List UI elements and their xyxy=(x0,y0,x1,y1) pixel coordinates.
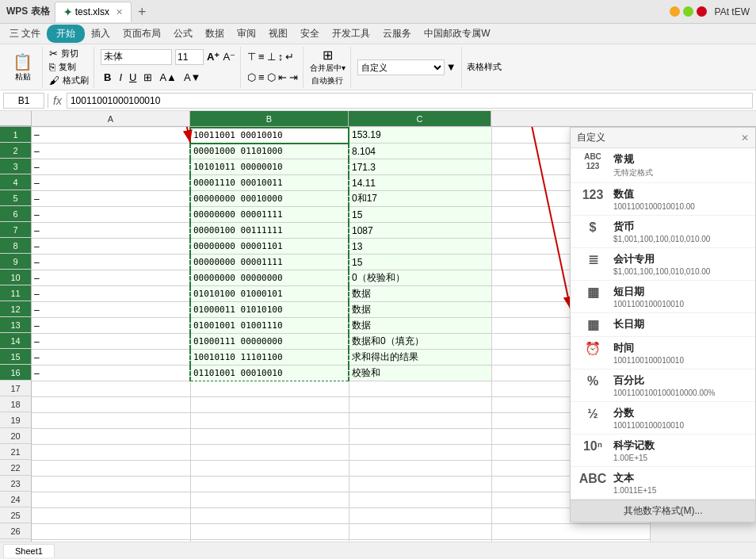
cell-b15[interactable]: 10010110 11101100 xyxy=(190,350,349,366)
cut-btn[interactable]: ✂ 剪切 xyxy=(49,48,89,59)
row-header-26[interactable]: 26 xyxy=(0,523,32,539)
cell-c2[interactable]: 8.104 xyxy=(349,144,491,159)
cell-b27[interactable] xyxy=(190,540,349,542)
font-grow-icon[interactable]: A⁺ xyxy=(207,51,220,63)
cell-b17[interactable] xyxy=(190,381,349,397)
increase-indent-icon[interactable]: ⇥ xyxy=(289,71,298,83)
cell-a6[interactable]: – xyxy=(32,207,190,223)
row-header-5[interactable]: 5 xyxy=(0,190,32,206)
cell-c9[interactable]: 15 xyxy=(349,255,491,270)
paste-btn[interactable]: 📋 粘贴 xyxy=(10,51,36,84)
menu-home[interactable]: 开始 xyxy=(47,25,85,43)
cell-c12[interactable]: 数据 xyxy=(349,302,491,318)
align-middle-icon[interactable]: ≡ xyxy=(258,51,265,63)
menu-insert[interactable]: 插入 xyxy=(85,25,116,43)
cell-b3[interactable]: 10101011 00000010 xyxy=(190,159,349,175)
copy-btn[interactable]: ⎘ 复制 xyxy=(49,61,89,73)
cell-b2[interactable]: 00001000 01101000 xyxy=(190,144,349,159)
format-item-百分比[interactable]: % 百分比 1001100100100010000.00% xyxy=(571,369,755,402)
font-name-select[interactable] xyxy=(101,49,172,65)
menu-security[interactable]: 安全 xyxy=(294,25,326,43)
format-item-短日期[interactable]: ▦ 短日期 1001100100010010 xyxy=(571,281,755,313)
fill-color-btn[interactable]: A▲ xyxy=(157,71,179,84)
cell-a16[interactable]: – xyxy=(32,366,190,381)
align-center-icon[interactable]: ≡ xyxy=(258,71,265,83)
cell-a9[interactable]: – xyxy=(32,255,190,270)
cell-a4[interactable]: – xyxy=(32,175,190,191)
row-header-10[interactable]: 10 xyxy=(0,270,32,285)
cell-a3[interactable]: – xyxy=(32,159,190,175)
cell-a8[interactable]: – xyxy=(32,239,190,255)
font-shrink-icon[interactable]: A⁻ xyxy=(223,51,235,63)
align-bottom-icon[interactable]: ⊥ xyxy=(267,51,276,63)
format-painter-btn[interactable]: 🖌 格式刷 xyxy=(49,75,89,86)
cell-a1[interactable]: – xyxy=(32,128,190,144)
format-item-数值[interactable]: 123 数值 1001100100010010.00 xyxy=(571,183,755,216)
wrap-text-icon[interactable]: ↵ xyxy=(285,51,294,63)
cell-c21[interactable] xyxy=(349,445,491,461)
cell-a15[interactable]: – xyxy=(32,350,190,366)
cell-b14[interactable]: 01000111 00000000 xyxy=(190,334,349,350)
minimize-btn[interactable] xyxy=(670,6,680,17)
cell-b24[interactable] xyxy=(190,492,349,508)
col-header-b[interactable]: B xyxy=(190,111,349,126)
row-header-16[interactable]: 16 xyxy=(0,365,32,381)
cell-c26[interactable] xyxy=(349,524,491,540)
cell-b16[interactable]: 01101001 00010010 xyxy=(190,366,349,381)
row-header-20[interactable]: 20 xyxy=(0,428,32,444)
row-header-9[interactable]: 9 xyxy=(0,254,32,270)
format-item-货币[interactable]: $ 货币 $1,001,100,100,010,010.00 xyxy=(571,216,755,248)
menu-formula[interactable]: 公式 xyxy=(167,25,199,43)
cell-c27[interactable] xyxy=(349,540,491,542)
cell-a13[interactable]: – xyxy=(32,318,190,334)
cell-c23[interactable] xyxy=(349,477,491,492)
row-header-27[interactable]: 27 xyxy=(0,539,32,542)
underline-btn[interactable]: U xyxy=(127,71,139,84)
cell-b7[interactable]: 00000100 00111111 xyxy=(190,223,349,239)
cell-c15[interactable]: 求和得出的结果 xyxy=(349,350,491,366)
cell-b25[interactable] xyxy=(190,508,349,524)
cell-c24[interactable] xyxy=(349,492,491,508)
cell-a10[interactable]: – xyxy=(32,270,190,286)
cell-a18[interactable] xyxy=(32,397,190,413)
row-header-21[interactable]: 21 xyxy=(0,444,32,460)
cell-a7[interactable]: – xyxy=(32,223,190,239)
cell-c22[interactable] xyxy=(349,461,491,477)
row-header-15[interactable]: 15 xyxy=(0,349,32,365)
row-header-25[interactable]: 25 xyxy=(0,507,32,523)
cell-c11[interactable]: 数据 xyxy=(349,286,491,302)
cell-b20[interactable] xyxy=(190,429,349,445)
row-header-14[interactable]: 14 xyxy=(0,333,32,349)
format-item-科学记数[interactable]: 10ⁿ 科学记数 1.00E+15 xyxy=(571,435,755,467)
cell-a25[interactable] xyxy=(32,508,190,524)
format-dropdown-btn[interactable]: ▼ xyxy=(446,61,456,73)
cell-b21[interactable] xyxy=(190,445,349,461)
row-header-6[interactable]: 6 xyxy=(0,206,32,222)
cell-a23[interactable] xyxy=(32,477,190,492)
cell-c3[interactable]: 171.3 xyxy=(349,159,491,175)
format-item-长日期[interactable]: ▦ 长日期 xyxy=(571,313,755,337)
menu-postal[interactable]: 中国邮政专属W xyxy=(418,25,496,43)
row-header-17[interactable]: 17 xyxy=(0,381,32,396)
row-header-19[interactable]: 19 xyxy=(0,412,32,428)
cell-b9[interactable]: 00000000 00001111 xyxy=(190,255,349,270)
align-top-icon[interactable]: ⊤ xyxy=(247,51,256,63)
cell-c13[interactable]: 数据 xyxy=(349,318,491,334)
close-btn[interactable] xyxy=(697,6,707,17)
cell-a19[interactable] xyxy=(32,413,190,429)
align-left-icon[interactable]: ⬡ xyxy=(247,71,256,83)
maximize-btn[interactable] xyxy=(683,6,693,17)
row-header-18[interactable]: 18 xyxy=(0,396,32,412)
cell-a11[interactable]: – xyxy=(32,286,190,302)
row-header-4[interactable]: 4 xyxy=(0,174,32,190)
cell-c7[interactable]: 1087 xyxy=(349,223,491,239)
formula-input[interactable] xyxy=(67,93,753,109)
align-right-icon[interactable]: ⬡ xyxy=(267,71,276,83)
cell-b5[interactable]: 00000000 00010000 xyxy=(190,191,349,207)
row-header-23[interactable]: 23 xyxy=(0,476,32,492)
italic-btn[interactable]: I xyxy=(116,71,124,84)
font-color-btn[interactable]: A▼ xyxy=(181,71,204,84)
row-header-24[interactable]: 24 xyxy=(0,492,32,507)
format-item-文本[interactable]: ABC 文本 1.0011E+15 xyxy=(571,467,755,500)
cell-c1[interactable]: 153.19 xyxy=(349,128,491,144)
